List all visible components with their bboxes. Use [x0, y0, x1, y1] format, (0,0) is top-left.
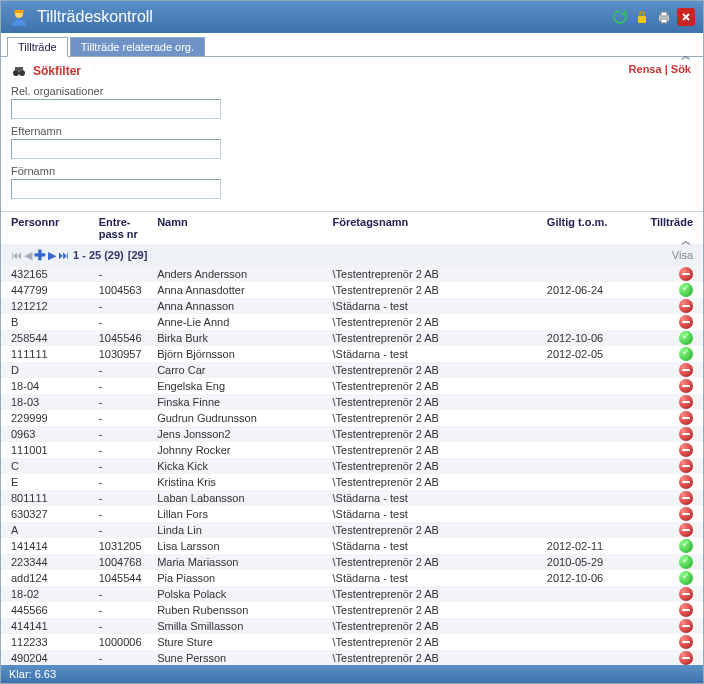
cell-personnr: 229999: [11, 412, 99, 424]
table-row[interactable]: D-Carro Car\Testentreprenör 2 AB: [1, 362, 703, 378]
cell-status: [644, 443, 693, 457]
status-ok-icon: [679, 347, 693, 361]
cell-status: [644, 379, 693, 393]
cell-namn: Anna Annasdotter: [157, 284, 332, 296]
col-entre[interactable]: Entre- pass nr: [99, 216, 157, 240]
cell-personnr: 121212: [11, 300, 99, 312]
table-row[interactable]: 490204-Sune Persson\Testentreprenör 2 AB: [1, 650, 703, 665]
cell-foretag: \Testentreprenör 2 AB: [333, 524, 547, 536]
cell-personnr: 801111: [11, 492, 99, 504]
cell-personnr: A: [11, 524, 99, 536]
cell-foretag: \Testentreprenör 2 AB: [333, 588, 547, 600]
table-row[interactable]: 4477991004563Anna Annasdotter\Testentrep…: [1, 282, 703, 298]
cell-foretag: \Testentreprenör 2 AB: [333, 444, 547, 456]
cell-namn: Björn Björnsson: [157, 348, 332, 360]
status-ok-icon: [679, 555, 693, 569]
status-ok-icon: [679, 571, 693, 585]
status-ok-icon: [679, 539, 693, 553]
collapse-icon[interactable]: ︽: [681, 49, 691, 63]
cell-personnr: D: [11, 364, 99, 376]
cell-entre: -: [99, 652, 157, 664]
refresh-icon[interactable]: [611, 8, 629, 26]
status-no-icon: [679, 507, 693, 521]
cell-namn: Maria Mariasson: [157, 556, 332, 568]
cell-foretag: \Testentreprenör 2 AB: [333, 556, 547, 568]
tab-tilltrade[interactable]: Tillträde: [7, 37, 68, 57]
table-row[interactable]: 229999-Gudrun Gudrunsson\Testentreprenör…: [1, 410, 703, 426]
table-row[interactable]: add1241045544Pia Piasson\Städarna - test…: [1, 570, 703, 586]
table-row[interactable]: A-Linda Lin\Testentreprenör 2 AB: [1, 522, 703, 538]
add-icon[interactable]: ✚: [34, 247, 46, 263]
input-efternamn[interactable]: [11, 139, 221, 159]
col-foretag[interactable]: Företagsnamn: [333, 216, 547, 240]
cell-entre: -: [99, 508, 157, 520]
label-fornamn: Förnamn: [11, 165, 693, 177]
cell-namn: Anna Annasson: [157, 300, 332, 312]
titlebar: Tillträdeskontroll: [1, 1, 703, 33]
tab-related-org[interactable]: Tillträde relaterade org.: [70, 37, 205, 57]
next-page-icon[interactable]: ▶: [48, 249, 56, 262]
cell-foretag: \Testentreprenör 2 AB: [333, 636, 547, 648]
cell-personnr: 111001: [11, 444, 99, 456]
table-row[interactable]: 445566-Ruben Rubensson\Testentreprenör 2…: [1, 602, 703, 618]
cell-status: [644, 283, 693, 297]
table-row[interactable]: C-Kicka Kick\Testentreprenör 2 AB: [1, 458, 703, 474]
table-row[interactable]: 2233441004768Maria Mariasson\Testentrepr…: [1, 554, 703, 570]
prev-page-icon[interactable]: ◀: [24, 249, 32, 262]
cell-namn: Kristina Kris: [157, 476, 332, 488]
svg-rect-4: [661, 12, 667, 16]
input-fornamn[interactable]: [11, 179, 221, 199]
visa-link[interactable]: Visa: [672, 249, 693, 261]
table-row[interactable]: 1111111030957Björn Björnsson\Städarna - …: [1, 346, 703, 362]
last-page-icon[interactable]: ⏭: [58, 249, 69, 261]
table-row[interactable]: B-Anne-Lie Annd\Testentreprenör 2 AB: [1, 314, 703, 330]
table-row[interactable]: E-Kristina Kris\Testentreprenör 2 AB: [1, 474, 703, 490]
print-icon[interactable]: [655, 8, 673, 26]
table-row[interactable]: 111001-Johnny Rocker\Testentreprenör 2 A…: [1, 442, 703, 458]
input-rel-org[interactable]: [11, 99, 221, 119]
status-ok-icon: [679, 331, 693, 345]
cell-personnr: 18-03: [11, 396, 99, 408]
lock-icon[interactable]: [633, 8, 651, 26]
col-personnr[interactable]: Personnr: [11, 216, 99, 240]
cell-foretag: \Testentreprenör 2 AB: [333, 316, 547, 328]
status-no-icon: [679, 619, 693, 633]
first-page-icon[interactable]: ⏮: [11, 249, 22, 261]
status-ok-icon: [679, 283, 693, 297]
table-row[interactable]: 121212-Anna Annasson\Städarna - test: [1, 298, 703, 314]
table-row[interactable]: 414141-Smilla Smillasson\Testentreprenör…: [1, 618, 703, 634]
table-row[interactable]: 18-04-Engelska Eng\Testentreprenör 2 AB: [1, 378, 703, 394]
cell-personnr: 630327: [11, 508, 99, 520]
table-row[interactable]: 801111-Laban Labansson\Städarna - test: [1, 490, 703, 506]
table-row[interactable]: 18-03-Finska Finne\Testentreprenör 2 AB: [1, 394, 703, 410]
window: Tillträdeskontroll Tillträde Tillträde r…: [0, 0, 704, 684]
table-row[interactable]: 1414141031205Lisa Larsson\Städarna - tes…: [1, 538, 703, 554]
table-row[interactable]: 432165-Anders Andersson\Testentreprenör …: [1, 266, 703, 282]
status-no-icon: [679, 603, 693, 617]
svg-rect-5: [661, 19, 667, 23]
col-namn[interactable]: Namn: [157, 216, 332, 240]
cell-namn: Anne-Lie Annd: [157, 316, 332, 328]
cell-entre: 1004768: [99, 556, 157, 568]
collapse-table-icon[interactable]: ︽: [681, 234, 691, 248]
clear-link[interactable]: Rensa: [629, 63, 662, 75]
cell-foretag: \Testentreprenör 2 AB: [333, 476, 547, 488]
label-efternamn: Efternamn: [11, 125, 693, 137]
cell-namn: Lillan Fors: [157, 508, 332, 520]
table-row[interactable]: 18-02-Polska Polack\Testentreprenör 2 AB: [1, 586, 703, 602]
table-row[interactable]: 1122331000006Sture Sture\Testentreprenör…: [1, 634, 703, 650]
window-title: Tillträdeskontroll: [37, 8, 611, 26]
search-link[interactable]: Sök: [671, 63, 691, 75]
cell-foretag: \Städarna - test: [333, 492, 547, 504]
col-giltig[interactable]: Giltig t.o.m.: [547, 216, 644, 240]
table-row[interactable]: 0963-Jens Jonsson2\Testentreprenör 2 AB: [1, 426, 703, 442]
table-row[interactable]: 2585441045546Birka Burk\Testentreprenör …: [1, 330, 703, 346]
cell-entre: -: [99, 380, 157, 392]
cell-status: [644, 427, 693, 441]
cell-entre: 1045544: [99, 572, 157, 584]
pager-pages[interactable]: [29]: [128, 249, 148, 261]
close-button[interactable]: [677, 8, 695, 26]
cell-foretag: \Testentreprenör 2 AB: [333, 364, 547, 376]
table-row[interactable]: 630327-Lillan Fors\Städarna - test: [1, 506, 703, 522]
status-no-icon: [679, 475, 693, 489]
